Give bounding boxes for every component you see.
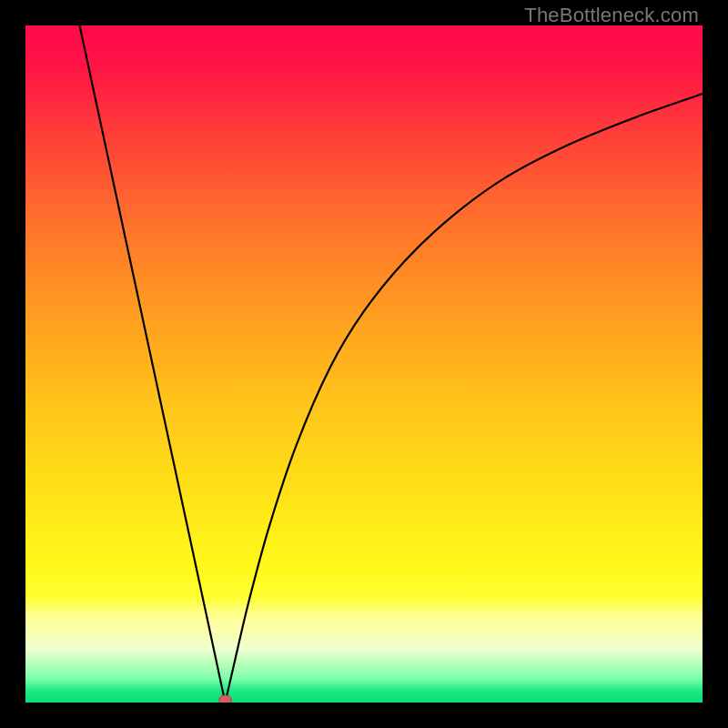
gradient-background bbox=[25, 25, 703, 703]
watermark-text: TheBottleneck.com bbox=[524, 4, 699, 27]
optimum-marker bbox=[218, 695, 231, 703]
bottleneck-chart bbox=[25, 25, 703, 703]
chart-frame bbox=[25, 25, 703, 703]
